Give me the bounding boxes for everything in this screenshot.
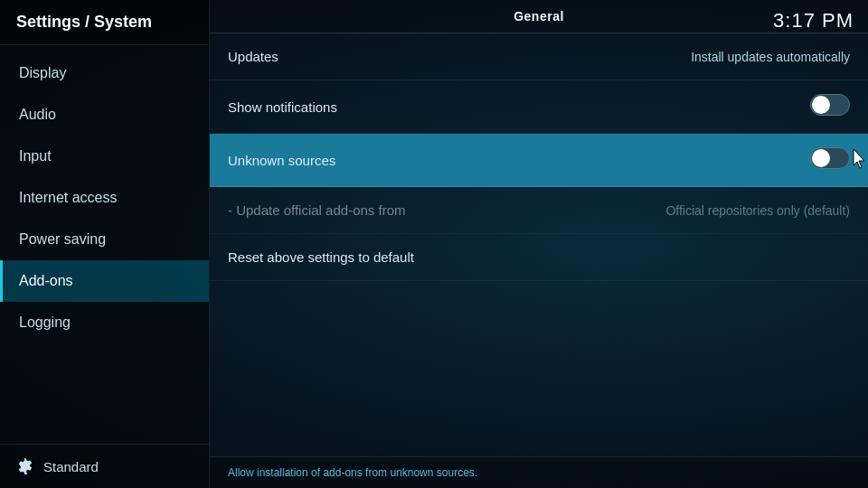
sidebar-item-power-saving[interactable]: Power saving	[0, 219, 209, 260]
sidebar-item-input[interactable]: Input	[0, 136, 209, 177]
section-header: General	[210, 0, 868, 33]
setting-value-updates: Install updates automatically	[691, 50, 850, 64]
toggle-knob-unknown-sources	[812, 149, 830, 167]
setting-label-update-official: - Update official add-ons from	[228, 202, 406, 218]
toggle-wrapper-show-notifications	[810, 94, 850, 119]
standard-label: Standard	[43, 459, 99, 474]
main-content: 3:17 PM General UpdatesInstall updates a…	[210, 0, 868, 488]
sidebar-item-audio[interactable]: Audio	[0, 94, 209, 136]
sidebar-item-logging[interactable]: Logging	[0, 302, 209, 343]
time-display: 3:17 PM	[773, 9, 854, 33]
page-title: Settings / System	[0, 0, 209, 45]
sidebar-item-internet-access[interactable]: Internet access	[0, 177, 209, 219]
sidebar-item-display[interactable]: Display	[0, 52, 209, 94]
toggle-show-notifications[interactable]	[810, 94, 850, 116]
sidebar-bottom: Standard	[0, 444, 209, 488]
gear-icon	[16, 457, 34, 475]
sidebar-nav: DisplayAudioInputInternet accessPower sa…	[0, 45, 209, 444]
setting-row-unknown-sources[interactable]: Unknown sources	[210, 134, 868, 187]
settings-list: UpdatesInstall updates automaticallyShow…	[210, 33, 868, 281]
toggle-knob-show-notifications	[812, 96, 830, 114]
setting-value-update-official: Official repositories only (default)	[665, 203, 850, 218]
content-area: General UpdatesInstall updates automatic…	[210, 0, 868, 488]
setting-label-updates: Updates	[228, 49, 278, 64]
setting-row-show-notifications[interactable]: Show notifications	[210, 80, 868, 134]
setting-row-reset-settings[interactable]: Reset above settings to default	[210, 234, 868, 281]
setting-row-update-official[interactable]: - Update official add-ons fromOfficial r…	[210, 187, 868, 234]
sidebar: Settings / System DisplayAudioInputInter…	[0, 0, 210, 488]
setting-label-show-notifications: Show notifications	[228, 99, 337, 115]
footer-hint: Allow installation of add-ons from unkno…	[210, 456, 868, 488]
setting-label-unknown-sources: Unknown sources	[228, 153, 335, 168]
setting-label-reset-settings: Reset above settings to default	[228, 249, 414, 265]
sidebar-item-add-ons[interactable]: Add-ons	[0, 260, 209, 302]
toggle-wrapper-unknown-sources	[810, 147, 850, 173]
setting-row-updates[interactable]: UpdatesInstall updates automatically	[210, 33, 868, 80]
toggle-unknown-sources[interactable]	[810, 147, 850, 169]
cursor-icon	[850, 149, 868, 171]
